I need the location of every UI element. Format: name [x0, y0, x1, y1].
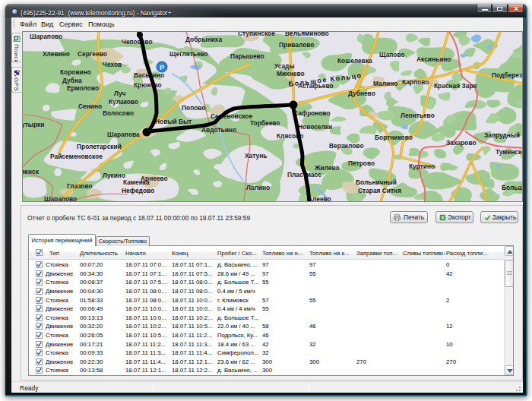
svg-text:Чехов: Чехов: [103, 61, 122, 68]
svg-text:Больничный: Больничный: [356, 178, 397, 186]
svg-text:Хлевино: Хлевино: [43, 50, 70, 58]
svg-text:Большое: Большое: [502, 184, 522, 191]
svg-text:Шарапова: Шарапова: [107, 131, 140, 138]
svg-text:Глазово: Глазово: [67, 182, 93, 190]
svg-text:Ступинское: Ступинское: [238, 32, 275, 37]
svg-text:Дубнево: Дубнево: [348, 90, 375, 97]
svg-text:Луч: Луч: [114, 90, 126, 97]
svg-text:Сенино: Сенино: [78, 103, 102, 110]
svg-text:Куртино: Куртино: [409, 163, 435, 170]
svg-text:Шарапово: Шарапово: [44, 195, 77, 201]
svg-text:Волосово: Волосово: [103, 109, 134, 117]
svg-text:Сергеево: Сергеево: [78, 50, 107, 58]
svg-text:Лукино: Лукино: [103, 172, 125, 179]
svg-text:Захарово: Захарово: [446, 139, 477, 147]
svg-text:Добрыниха: Добрыниха: [185, 36, 222, 43]
svg-text:Парышево: Парышево: [230, 52, 264, 60]
svg-text:Привалово: Привалово: [279, 41, 314, 49]
svg-text:Пролетарский: Пролетарский: [77, 143, 122, 150]
svg-text:Малино: Малино: [373, 80, 397, 87]
svg-text:Чеповево: Чеповево: [122, 38, 153, 46]
svg-text:Алеево: Алеево: [308, 195, 331, 201]
svg-text:Каменка: Каменка: [123, 178, 150, 186]
svg-text:Шарапово: Шарапово: [30, 33, 62, 40]
svg-text:Карпово: Карпово: [402, 78, 429, 86]
svg-text:Верзилово: Верзилово: [329, 142, 364, 150]
svg-text:Новый Быт: Новый Быт: [155, 118, 192, 125]
svg-text:Михнево: Михнево: [277, 70, 305, 77]
svg-text:Усады: Усады: [274, 62, 295, 70]
svg-text:Бутырки: Бутырки: [23, 121, 44, 128]
svg-text:Коровино: Коровино: [60, 68, 91, 76]
svg-text:Авдотьино: Авдотьино: [201, 126, 236, 134]
svg-text:Щапово: Щапово: [379, 51, 405, 58]
svg-text:Кулаково: Кулаково: [109, 98, 138, 106]
svg-text:Вельяминово: Вельяминово: [285, 32, 329, 37]
svg-text:Туменское: Туменское: [496, 148, 522, 156]
svg-text:Новоселки: Новоселки: [298, 123, 332, 131]
svg-text:Ермолово: Ермолово: [67, 84, 99, 92]
svg-text:Лапино: Лапино: [246, 184, 270, 191]
svg-text:Попово: Попово: [182, 104, 205, 112]
svg-text:Леонтьево: Леонтьево: [401, 112, 435, 119]
svg-text:Райсеменовское: Райсеменовское: [50, 153, 103, 160]
svg-text:P: P: [160, 64, 164, 71]
svg-text:Кошелевка: Кошелевка: [337, 57, 372, 65]
svg-text:Петрово: Петрово: [348, 159, 375, 167]
svg-text:Сафроново: Сафроново: [293, 109, 331, 117]
svg-text:Бортниково: Бортниково: [375, 134, 413, 141]
svg-text:Хатунь: Хатунь: [245, 152, 267, 159]
svg-text:Щеглятьево: Щеглятьево: [169, 50, 208, 58]
svg-text:Подберезкино: Подберезкино: [492, 71, 522, 79]
svg-text:Нефедово: Нефедово: [122, 187, 154, 194]
svg-text:Раменск: Раменск: [23, 168, 40, 175]
svg-text:Дубна: Дубна: [62, 77, 82, 84]
svg-text:Красная Заря: Красная Заря: [434, 82, 477, 90]
svg-text:Старая Ситня: Старая Ситня: [358, 187, 401, 194]
svg-text:Крюково: Крюково: [134, 81, 162, 89]
svg-text:Торбеево: Торбеево: [250, 119, 280, 127]
svg-text:Запрудный: Запрудный: [484, 131, 520, 139]
svg-text:Аксиньино: Аксиньино: [416, 55, 451, 63]
